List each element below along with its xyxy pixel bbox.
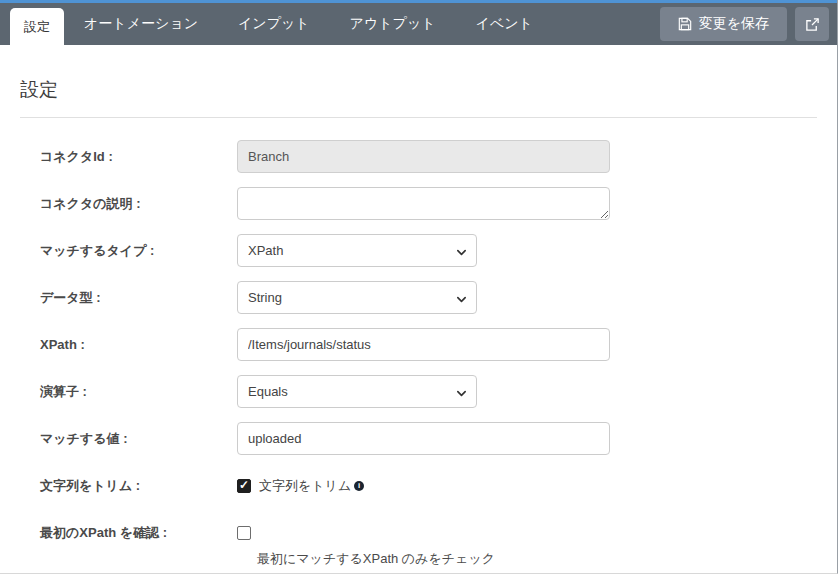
xpath-field[interactable] (237, 328, 610, 361)
match-value-field[interactable] (237, 422, 610, 455)
match-value-label: マッチする値 : (20, 430, 237, 448)
tab-events[interactable]: イベント (456, 3, 553, 45)
field-row-connector-description: コネクタの説明 : (20, 187, 817, 220)
field-row-xpath: XPath : (20, 328, 817, 361)
settings-content: 設定 コネクタId : コネクタの説明 : マッチするタイプ : XPath (0, 77, 837, 568)
tab-bar: 設定 オートメーション インプット アウトプット イベント 変更を保存 (0, 3, 837, 45)
info-icon[interactable]: i (354, 481, 364, 491)
tab-output[interactable]: アウトプット (330, 3, 456, 45)
operator-label: 演算子 : (20, 383, 237, 401)
field-row-match-type: マッチするタイプ : XPath (20, 234, 817, 267)
data-type-select[interactable]: String (237, 281, 477, 314)
connector-description-field[interactable] (237, 187, 610, 220)
xpath-label: XPath : (20, 337, 237, 352)
match-type-select-wrap: XPath (237, 234, 477, 267)
tab-settings[interactable]: 設定 (10, 8, 64, 45)
open-external-button[interactable] (795, 7, 829, 41)
operator-select-wrap: Equals (237, 375, 477, 408)
trim-string-label: 文字列をトリム : (20, 477, 237, 495)
data-type-label: データ型 : (20, 289, 237, 307)
field-row-check-first-xpath: 最初のXPath を確認 : 最初にマッチするXPath のみをチェック (20, 516, 817, 568)
match-type-select[interactable]: XPath (237, 234, 477, 267)
trim-string-checkbox[interactable] (237, 479, 251, 493)
check-first-xpath-group: 最初にマッチするXPath のみをチェック (237, 516, 495, 568)
save-changes-button[interactable]: 変更を保存 (660, 7, 787, 41)
match-type-label: マッチするタイプ : (20, 242, 237, 260)
save-button-label: 変更を保存 (699, 15, 769, 33)
data-type-select-wrap: String (237, 281, 477, 314)
save-icon (678, 17, 692, 31)
field-row-connector-id: コネクタId : (20, 140, 817, 173)
operator-select[interactable]: Equals (237, 375, 477, 408)
field-row-operator: 演算子 : Equals (20, 375, 817, 408)
connector-id-label: コネクタId : (20, 148, 237, 166)
field-row-data-type: データ型 : String (20, 281, 817, 314)
tab-input[interactable]: インプット (218, 3, 330, 45)
external-link-icon (805, 17, 820, 32)
connector-description-label: コネクタの説明 : (20, 195, 237, 213)
toolbar-actions: 変更を保存 (660, 3, 837, 45)
tab-automation[interactable]: オートメーション (64, 3, 218, 45)
trim-string-checkbox-label: 文字列をトリム (259, 477, 351, 495)
field-row-trim-string: 文字列をトリム : 文字列をトリムi (20, 469, 817, 502)
connector-id-field (237, 140, 610, 173)
connector-settings-form: コネクタId : コネクタの説明 : マッチするタイプ : XPath (20, 140, 817, 568)
page-title: 設定 (20, 77, 817, 103)
check-first-xpath-helper-text: 最初にマッチするXPath のみをチェック (257, 550, 495, 568)
check-first-xpath-checkbox[interactable] (237, 526, 251, 540)
title-divider (20, 117, 817, 118)
check-first-xpath-label: 最初のXPath を確認 : (20, 516, 237, 542)
field-row-match-value: マッチする値 : (20, 422, 817, 455)
connector-settings-page: 設定 オートメーション インプット アウトプット イベント 変更を保存 (0, 0, 838, 574)
